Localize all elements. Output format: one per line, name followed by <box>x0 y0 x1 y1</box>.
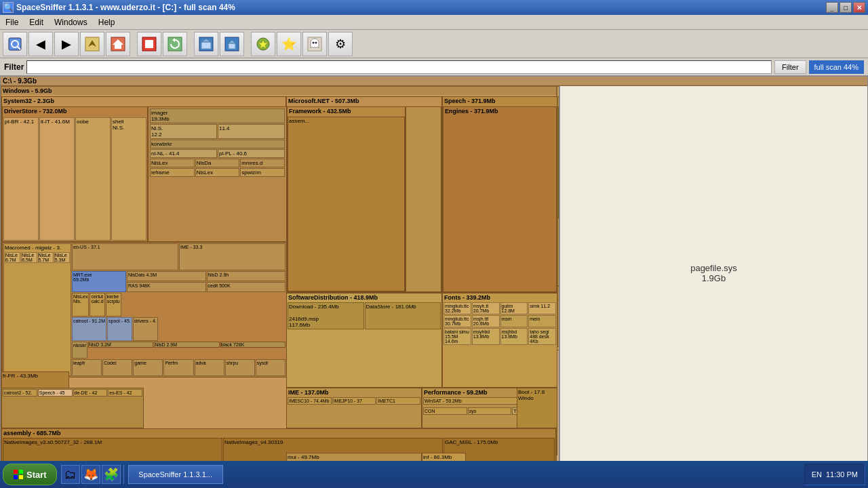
plpl[interactable]: pl-PL - 40.6 <box>218 149 285 158</box>
up-button[interactable] <box>80 32 104 56</box>
font6[interactable]: msjh.ttf 20.6Mb <box>472 315 500 327</box>
codei[interactable]: Codei <box>102 359 132 376</box>
download-block[interactable]: Download - 235.4Mb2416d9.msp117.6Mb <box>288 302 364 329</box>
eses[interactable]: es-ES - 42 <box>108 389 142 396</box>
nlnl[interactable]: nl-NL - 41.4 <box>150 149 217 158</box>
font7[interactable]: msm <box>500 315 528 327</box>
ieframe[interactable]: ieframe <box>150 168 195 177</box>
drivers[interactable]: drivers - 4. <box>133 317 158 341</box>
certut[interactable]: certutcalc.d <box>90 293 104 317</box>
shrpu[interactable]: shrpu <box>225 359 255 376</box>
system32-block[interactable]: System32 - 2.3Gb DriverStore - 732.0Mb p… <box>1 96 286 374</box>
nsdt2[interactable]: NlsD 2.9h <box>207 271 286 281</box>
adva[interactable]: adva <box>195 359 224 376</box>
spool[interactable]: spool - 45. <box>107 317 132 341</box>
mc2[interactable]: NlsLe 6.5M <box>21 252 37 263</box>
menu-file[interactable]: File <box>0 16 24 28</box>
back-button[interactable]: ◀ <box>28 32 53 56</box>
imetc1[interactable]: IMETC1 <box>376 397 420 405</box>
speech-sys[interactable]: Speech - 45 <box>38 389 73 396</box>
font9[interactable]: batani simu 15.5M 14.6m <box>443 328 471 345</box>
sysdr[interactable]: sysdr <box>256 359 285 376</box>
font1[interactable]: mingliub.ttc 32.2Mb <box>443 302 471 314</box>
softdist-block[interactable]: SoftwareDistribution - 418.9Mb Download … <box>286 293 442 388</box>
nlslex1[interactable]: NlsLex <box>150 159 195 167</box>
catroot2-area[interactable]: catroot2 - 52. Speech - 45 de-DE - 42 es… <box>1 388 144 428</box>
font5[interactable]: mingliub.ttc 30.7Mb <box>443 315 471 327</box>
korwbrkr[interactable]: korwbrkr <box>150 140 285 148</box>
taskbar-spacesniffer[interactable]: SpaceSniffer 1.1.3.1... <box>128 465 223 484</box>
black[interactable]: black 728K <box>220 342 285 348</box>
home-button[interactable] <box>106 32 130 56</box>
quicklaunch-explorer[interactable]: 🗂 <box>61 465 80 484</box>
filter-input[interactable] <box>26 60 772 74</box>
nls-b[interactable]: NlsD 2.9M <box>154 342 219 348</box>
sys32-sub-area[interactable]: imager19.3Mb Nl.S.12.2 11.4 korwbrkr nl-… <box>148 106 287 242</box>
maximize-button[interactable]: □ <box>840 2 852 13</box>
forward-button[interactable]: ▶ <box>54 32 79 56</box>
start-button[interactable]: Start <box>3 464 57 485</box>
mc4[interactable]: NlsLe 5.3M <box>54 252 70 263</box>
imesc10[interactable]: IMESC10 - 74.4Mb <box>288 397 332 405</box>
refresh-button[interactable] <box>163 32 187 56</box>
assem-block[interactable]: assem... <box>288 117 405 291</box>
macromed[interactable]: Macromed - migwiz - 3. NlsLe 6.7M NlsLe … <box>3 243 71 376</box>
favorite-button[interactable]: ⭐ <box>277 32 301 56</box>
con[interactable]: CON <box>423 407 467 415</box>
nlslex3[interactable]: NlsLexNls. <box>72 293 89 317</box>
windows-block[interactable]: Windows - 5.9Gb System32 - 2.3Gb DriverS… <box>1 86 557 470</box>
catroot2[interactable]: catroot2 - 52. <box>3 389 37 396</box>
ds-sub1[interactable]: pt-BR - 42.1 <box>3 117 39 241</box>
font8[interactable]: mein <box>528 315 556 327</box>
font4[interactable]: simk 11.2 <box>528 302 556 314</box>
font12[interactable]: taho segi 488 desk 4Kb <box>528 328 556 345</box>
game2[interactable]: game <box>133 359 163 376</box>
menu-edit[interactable]: Edit <box>24 16 49 28</box>
speech-block[interactable]: Speech - 371.9Mb Engines - 371.9Mb <box>442 96 557 293</box>
menu-help[interactable]: Help <box>93 16 121 28</box>
scan-button[interactable] <box>3 32 27 56</box>
ghost-button[interactable] <box>302 32 327 56</box>
boot-block[interactable]: Boot - 17.8Windo <box>517 388 557 428</box>
nlsdats[interactable]: NlsDats 4.3M <box>127 271 206 281</box>
sys-f[interactable]: sys <box>468 407 512 415</box>
ime[interactable]: IME - 33.3 <box>179 243 285 270</box>
nls-s[interactable]: NlsD 3.2M <box>88 342 153 348</box>
nls1[interactable]: Nl.S.12.2 <box>150 124 217 139</box>
ieapfr[interactable]: ieapfr <box>72 359 102 376</box>
dede[interactable]: de-DE - 42 <box>73 389 108 396</box>
engines-block[interactable]: Engines - 371.9Mb <box>443 106 557 292</box>
menu-windows[interactable]: Windows <box>49 16 93 28</box>
quicklaunch-firefox[interactable]: 🦊 <box>81 465 100 484</box>
icecuv[interactable]: cedit 500K <box>207 282 286 292</box>
driverstore-block[interactable]: DriverStore - 732.0Mb pt-BR - 42.1 it-IT… <box>2 106 148 242</box>
spwizim[interactable]: spwizim <box>240 168 285 177</box>
imejp10[interactable]: IMEJP10 - 37 <box>332 397 376 405</box>
ntosk[interactable]: ntoskr <box>72 342 87 359</box>
box1-button[interactable] <box>194 32 218 56</box>
settings-button[interactable]: ⚙ <box>328 32 353 56</box>
catroot[interactable]: catroot - 91.2M <box>72 317 106 341</box>
mc1[interactable]: NlsLe 6.7M <box>5 252 20 263</box>
nlslex2[interactable]: NlsLex <box>195 168 240 177</box>
box2-button[interactable] <box>220 32 244 56</box>
sys32-lower[interactable]: Macromed - migwiz - 3. NlsLe 6.7M NlsLe … <box>2 242 287 378</box>
font3[interactable]: gulim 12.8M <box>500 302 528 314</box>
dotnet-block[interactable]: Microsoft.NET - 507.3Mb Framework - 432.… <box>286 96 442 293</box>
perfm2[interactable]: Perfm <box>163 359 193 376</box>
minimize-button[interactable]: _ <box>826 2 838 13</box>
dotnet-right[interactable] <box>406 106 441 292</box>
imager-block[interactable]: imager19.3Mb <box>150 108 285 123</box>
tag-button[interactable] <box>251 32 275 56</box>
kerbe[interactable]: kerbescrptu <box>106 293 121 317</box>
mrt-exe[interactable]: MRT.exe69.2Mb <box>72 271 126 292</box>
datastore-block[interactable]: DataStore - 181.0Mb <box>365 302 441 329</box>
font10[interactable]: msyhbd 13.8Mb <box>472 328 500 345</box>
treemap[interactable]: C:\ - 9.3Gb Windows - 5.9Gb System32 - 2… <box>0 76 868 470</box>
font11[interactable]: msjhbd 13.8Mb <box>500 328 528 345</box>
framework-block[interactable]: Framework - 432.5Mb assem... <box>287 106 406 292</box>
enus[interactable]: en-US - 37.1 <box>72 243 178 270</box>
ds-sub4[interactable]: shellNl.S. <box>111 117 146 241</box>
close-button[interactable]: ✕ <box>853 2 865 13</box>
ime-block[interactable]: IME - 137.0Mb IMESC10 - 74.4Mb IMEJP10 -… <box>286 388 422 428</box>
